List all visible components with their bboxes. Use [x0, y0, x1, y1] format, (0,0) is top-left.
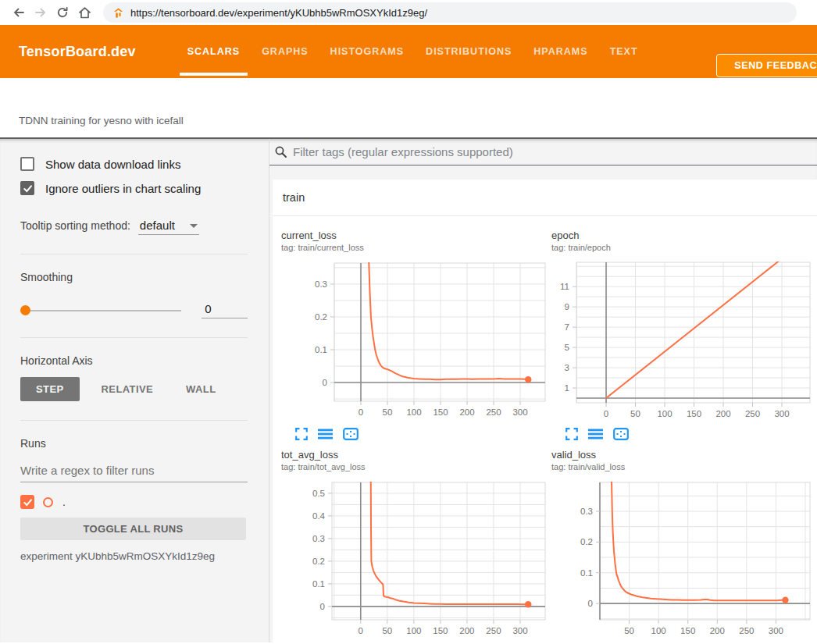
tensorboard-favicon-icon — [112, 7, 124, 19]
chart-tag: tag: train/valid_loss — [551, 461, 817, 472]
chart-title: current_loss — [281, 229, 551, 242]
run-name: . — [62, 496, 66, 508]
svg-text:0.3: 0.3 — [580, 507, 593, 516]
svg-text:9: 9 — [565, 302, 569, 311]
line-chart-plot[interactable]: 0501001502002503001357911 — [551, 258, 817, 422]
tab-scalars[interactable]: SCALARS — [177, 25, 251, 78]
svg-text:50: 50 — [630, 409, 640, 418]
svg-text:50: 50 — [383, 407, 393, 417]
send-feedback-button[interactable]: SEND FEEDBACK — [716, 54, 817, 77]
svg-text:0: 0 — [604, 409, 608, 418]
tag-filter-placeholder: Filter tags (regular expressions support… — [293, 145, 513, 158]
tab-hparams[interactable]: HPARAMS — [523, 25, 598, 78]
svg-text:100: 100 — [406, 407, 421, 417]
nav-tabs: SCALARSGRAPHSHISTOGRAMSDISTRIBUTIONSHPAR… — [177, 25, 649, 78]
show-download-links-checkbox[interactable]: Show data download links — [20, 157, 248, 171]
chart-valid-loss: valid_loss tag: train/valid_loss 5010015… — [551, 449, 817, 642]
tooltip-sorting-select[interactable]: default — [138, 219, 199, 235]
svg-text:200: 200 — [459, 626, 474, 635]
svg-text:0: 0 — [323, 378, 327, 387]
fit-domain-icon[interactable] — [613, 428, 629, 440]
tab-text[interactable]: TEXT — [599, 25, 649, 78]
svg-text:50: 50 — [624, 626, 634, 635]
home-icon[interactable] — [73, 2, 95, 23]
svg-text:11: 11 — [560, 282, 569, 291]
svg-text:150: 150 — [433, 626, 448, 635]
smoothing-label: Smoothing — [20, 271, 248, 283]
axis-relative-button[interactable]: RELATIVE — [91, 377, 165, 401]
svg-text:0.5: 0.5 — [312, 489, 325, 498]
dashboard-main: Filter tags (regular expressions support… — [269, 139, 817, 642]
svg-text:3: 3 — [565, 363, 569, 372]
url-text: https://tensorboard.dev/experiment/yKUbh… — [130, 7, 427, 19]
data-table-icon[interactable] — [588, 428, 603, 440]
checkbox-unchecked-icon[interactable] — [20, 157, 34, 171]
horizontal-axis-label: Horizontal Axis — [20, 354, 248, 367]
svg-text:100: 100 — [406, 626, 421, 635]
chart-title: valid_loss — [551, 449, 817, 461]
chart-epoch: epoch tag: train/epoch 05010015020025030… — [551, 229, 817, 440]
svg-text:5: 5 — [565, 343, 569, 352]
toggle-all-runs-button[interactable]: TOGGLE ALL RUNS — [20, 518, 246, 540]
svg-text:7: 7 — [565, 322, 569, 332]
app-header: TensorBoard.dev SCALARSGRAPHSHISTOGRAMSD… — [0, 25, 817, 78]
search-icon — [274, 145, 287, 158]
smoothing-value-input[interactable]: 0 — [202, 302, 248, 318]
data-table-icon[interactable] — [318, 428, 333, 440]
svg-text:100: 100 — [651, 626, 666, 635]
svg-text:0: 0 — [359, 407, 363, 417]
tab-histograms[interactable]: HISTOGRAMS — [319, 25, 416, 78]
chart-title: epoch — [551, 229, 817, 242]
experiment-bar: TDNN training for yesno with icefall — [0, 78, 817, 139]
chart-tag: tag: train/epoch — [551, 242, 817, 253]
ignore-outliers-checkbox[interactable]: Ignore outliers in chart scaling — [20, 181, 248, 195]
line-chart-plot[interactable]: 05010015020025030000.10.20.3 — [281, 258, 551, 422]
svg-text:1: 1 — [565, 383, 569, 393]
svg-text:0.1: 0.1 — [580, 568, 593, 578]
train-section-header[interactable]: train — [273, 180, 817, 216]
svg-text:300: 300 — [774, 409, 789, 418]
settings-sidebar: Show data download links Ignore outliers… — [0, 139, 269, 642]
chart-tag: tag: train/current_loss — [281, 242, 551, 253]
forward-icon[interactable] — [30, 2, 52, 23]
run-item[interactable]: . — [20, 495, 248, 509]
smoothing-slider[interactable] — [20, 310, 181, 311]
fit-domain-icon[interactable] — [343, 428, 359, 440]
svg-text:0.2: 0.2 — [580, 537, 593, 546]
svg-text:150: 150 — [433, 407, 448, 417]
tag-filter-bar[interactable]: Filter tags (regular expressions support… — [269, 139, 817, 165]
expand-chart-icon[interactable] — [295, 428, 308, 440]
svg-text:300: 300 — [512, 626, 527, 635]
address-bar[interactable]: https://tensorboard.dev/experiment/yKUbh… — [103, 2, 797, 23]
svg-text:300: 300 — [769, 626, 783, 635]
axis-step-button[interactable]: STEP — [20, 377, 80, 401]
svg-text:0.3: 0.3 — [315, 279, 327, 289]
run-color-swatch-icon — [43, 497, 53, 507]
line-chart-plot[interactable]: 05010015020025030000.10.20.30.40.5 — [281, 477, 551, 641]
svg-text:0: 0 — [588, 599, 593, 608]
tab-graphs[interactable]: GRAPHS — [251, 25, 319, 78]
train-section-card: train current_loss tag: train/current_lo… — [273, 180, 817, 642]
svg-text:200: 200 — [715, 409, 730, 418]
tab-distributions[interactable]: DISTRIBUTIONS — [415, 25, 523, 78]
slider-thumb[interactable] — [20, 305, 30, 315]
svg-text:0.2: 0.2 — [315, 312, 327, 322]
runs-label: Runs — [20, 437, 248, 450]
experiment-title: TDNN training for yesno with icefall — [19, 115, 184, 126]
line-chart-plot[interactable]: 5010015020025030000.10.20.3 — [551, 477, 817, 641]
chart-current-loss: current_loss tag: train/current_loss 050… — [281, 229, 551, 440]
reload-icon[interactable] — [52, 2, 73, 23]
svg-text:0.1: 0.1 — [312, 579, 325, 589]
runs-filter-input[interactable]: Write a regex to filter runs — [20, 464, 248, 482]
expand-chart-icon[interactable] — [565, 428, 578, 440]
app-logo[interactable]: TensorBoard.dev — [19, 44, 136, 60]
svg-text:0.1: 0.1 — [315, 345, 327, 354]
svg-text:0: 0 — [320, 602, 325, 611]
svg-text:250: 250 — [745, 409, 760, 418]
checkbox-checked-icon[interactable] — [20, 181, 34, 195]
browser-toolbar: https://tensorboard.dev/experiment/yKUbh… — [0, 0, 817, 25]
chart-tot-avg-loss: tot_avg_loss tag: train/tot_avg_loss 050… — [281, 449, 551, 642]
axis-wall-button[interactable]: WALL — [175, 377, 227, 401]
back-icon[interactable] — [8, 2, 30, 23]
run-checkbox-checked-icon[interactable] — [20, 495, 34, 509]
